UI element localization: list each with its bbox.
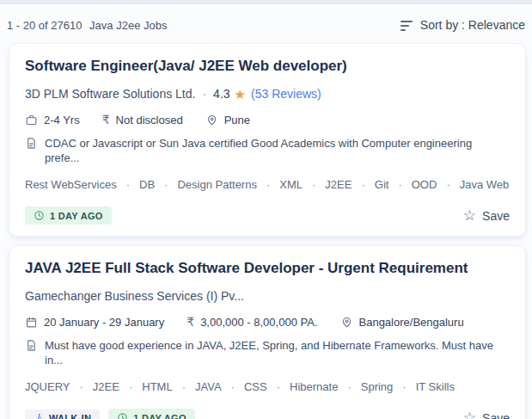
tag-separator: · — [402, 380, 406, 393]
skill-tags: Rest WebServices·DB·Design Patterns·XML·… — [25, 177, 510, 192]
skill-tag: Spring — [361, 380, 394, 393]
tag-separator: · — [129, 380, 132, 393]
results-count: 1 - 20 of 27610 — [7, 19, 82, 32]
tag-separator: · — [312, 178, 315, 191]
dates-meta: 20 January - 29 January — [25, 315, 164, 330]
skill-tag: Git — [375, 178, 389, 191]
save-label: Save — [482, 209, 510, 223]
job-description: CDAC or Javascript or Sun Java certified… — [45, 136, 510, 165]
posted-age-label: 1 DAY AGO — [133, 413, 187, 419]
company-name[interactable]: Gamechanger Business Services (I) Pv... — [25, 288, 244, 305]
posted-age-badge: 1 DAY AGO — [25, 206, 112, 225]
tag-separator: · — [164, 178, 168, 191]
save-star-icon: ☆ — [463, 410, 476, 419]
card-footer: 1 DAY AGO ☆ Save — [25, 206, 510, 225]
walking-person-icon — [34, 413, 44, 419]
skill-tag: JAVA — [195, 380, 222, 393]
experience-value: 2-4 Yrs — [44, 113, 80, 127]
results-keyword: Java J2ee Jobs — [89, 19, 167, 32]
document-icon — [25, 339, 38, 352]
company-row: Gamechanger Business Services (I) Pv... — [25, 288, 510, 305]
salary-meta: ₹ 3,00,000 - 8,00,000 PA. — [187, 315, 317, 330]
skill-tag: JQUERY — [25, 380, 70, 393]
skill-tag: CSS — [244, 380, 267, 393]
tag-separator: · — [126, 178, 130, 191]
dates-value: 20 January - 29 January — [44, 315, 164, 330]
save-button[interactable]: ☆ Save — [463, 410, 510, 419]
location-meta: Bangalore/Bengaluru — [340, 315, 464, 330]
tag-separator: · — [277, 380, 280, 393]
briefcase-icon — [25, 114, 38, 126]
rating-value: 4.3 — [213, 86, 229, 102]
experience-meta: 2-4 Yrs — [25, 113, 80, 127]
salary-value: Not disclosed — [116, 113, 183, 127]
location-meta: Pune — [205, 113, 250, 127]
tag-separator: · — [361, 178, 364, 191]
skill-tag: J2EE — [325, 178, 352, 191]
location-pin-icon — [340, 316, 353, 329]
skill-tag: Design Patterns — [177, 178, 257, 191]
company-name[interactable]: 3D PLM Software Solutions Ltd. — [25, 86, 195, 102]
document-icon — [25, 137, 38, 150]
skill-tags: JQUERY·J2EE·HTML·JAVA·CSS·Hibernate·Spri… — [25, 379, 510, 394]
tag-separator: · — [446, 178, 449, 191]
card-footer: WALK-IN 1 DAY AGO ☆ Save — [25, 409, 510, 419]
clock-icon — [34, 210, 45, 221]
skill-tag: IT Skills — [416, 380, 455, 393]
company-row: 3D PLM Software Solutions Ltd. · 4.3 ★ (… — [25, 86, 510, 102]
location-pin-icon — [205, 114, 218, 126]
tag-separator: · — [231, 380, 235, 393]
save-star-icon: ☆ — [463, 208, 476, 223]
results-summary: 1 - 20 of 27610 Java J2ee Jobs — [7, 19, 171, 32]
tag-separator: · — [347, 380, 351, 393]
salary-value: 3,00,000 - 8,00,000 PA. — [200, 315, 317, 330]
sort-by-dropdown[interactable]: Sort by : Relevance — [401, 18, 525, 32]
separator-dot: · — [202, 86, 206, 102]
skill-tag: Rest WebServices — [25, 178, 117, 191]
skill-tag: OOD — [412, 178, 437, 191]
job-title[interactable]: Software Engineer(Java/ J2EE Web develop… — [25, 57, 510, 76]
sort-icon — [401, 20, 413, 31]
job-description: Must have good experience in JAVA, J2EE,… — [45, 338, 510, 367]
results-bar: 1 - 20 of 27610 Java J2ee Jobs Sort by :… — [0, 4, 532, 43]
skill-tag: Java Web development — [460, 178, 510, 191]
rupee-icon: ₹ — [102, 114, 110, 126]
skill-tag: DB — [139, 178, 155, 191]
reviews-link[interactable]: (53 Reviews) — [251, 86, 321, 102]
tag-separator: · — [398, 178, 401, 191]
job-card[interactable]: JAVA J2EE Full Stack Software Developer … — [9, 245, 526, 419]
save-label: Save — [482, 411, 510, 419]
job-description-row: Must have good experience in JAVA, J2EE,… — [25, 338, 510, 367]
job-meta-row: 2-4 Yrs ₹ Not disclosed Pune — [25, 113, 510, 127]
salary-meta: ₹ Not disclosed — [102, 113, 183, 127]
skill-tag: Hibernate — [290, 380, 338, 393]
skill-tag: XML — [279, 178, 303, 191]
job-meta-row: 20 January - 29 January ₹ 3,00,000 - 8,0… — [25, 315, 510, 330]
job-description-row: CDAC or Javascript or Sun Java certified… — [25, 136, 510, 165]
tag-separator: · — [266, 178, 270, 191]
job-title[interactable]: JAVA J2EE Full Stack Software Developer … — [25, 259, 510, 278]
skill-tag: HTML — [142, 380, 172, 393]
skill-tag: J2EE — [93, 380, 119, 393]
rating-star-icon: ★ — [235, 86, 246, 102]
tag-separator: · — [80, 380, 83, 393]
calendar-icon — [25, 316, 38, 329]
job-card[interactable]: Software Engineer(Java/ J2EE Web develop… — [9, 43, 526, 237]
location-value: Pune — [224, 113, 250, 127]
posted-age-label: 1 DAY AGO — [50, 211, 103, 221]
clock-icon — [117, 412, 128, 419]
sort-by-label: Sort by : Relevance — [420, 18, 525, 32]
posted-age-badge: 1 DAY AGO — [108, 409, 195, 419]
save-button[interactable]: ☆ Save — [463, 208, 510, 223]
tag-separator: · — [182, 380, 186, 393]
rupee-icon: ₹ — [187, 316, 194, 329]
walkin-label: WALK-IN — [49, 413, 91, 419]
walkin-badge: WALK-IN — [25, 410, 100, 419]
location-value: Bangalore/Bengaluru — [359, 315, 464, 330]
